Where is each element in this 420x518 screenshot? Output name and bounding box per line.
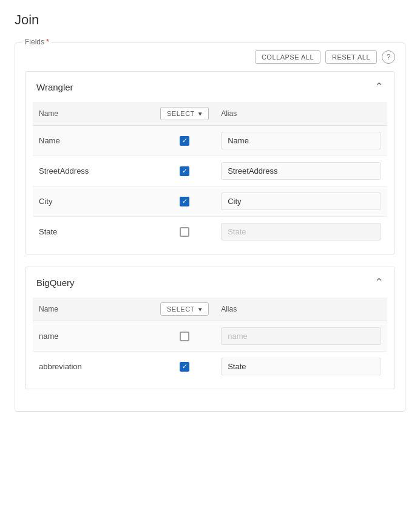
col-header-alias: Alias bbox=[215, 298, 387, 321]
field-alias-input-wrangler-0[interactable] bbox=[221, 132, 381, 149]
select-dropdown-bigquery[interactable]: SELECT ▼ bbox=[160, 302, 209, 316]
field-checkbox-cell-bigquery-1: ✓ bbox=[154, 352, 215, 382]
source-title-bigquery: BigQuery bbox=[36, 278, 75, 288]
reset-all-button[interactable]: RESET ALL bbox=[325, 50, 377, 64]
field-alias-input-wrangler-3[interactable] bbox=[221, 223, 381, 240]
page-title: Join bbox=[15, 12, 405, 28]
help-icon[interactable]: ? bbox=[382, 50, 395, 64]
chevron-up-icon: ⌃ bbox=[374, 276, 384, 289]
fields-label: Fields * bbox=[22, 38, 52, 46]
source-header-bigquery[interactable]: BigQuery ⌃ bbox=[25, 267, 395, 298]
field-checkbox-cell-wrangler-2: ✓ bbox=[154, 186, 215, 217]
col-header-alias: Alias bbox=[215, 102, 387, 126]
table-row: name bbox=[33, 321, 387, 352]
field-alias-cell-bigquery-1 bbox=[215, 352, 387, 382]
field-checkbox-cell-wrangler-3 bbox=[154, 217, 215, 247]
field-name-wrangler-1: StreetAddress bbox=[33, 156, 154, 186]
col-header-name: Name bbox=[33, 298, 154, 321]
select-dropdown-wrangler[interactable]: SELECT ▼ bbox=[160, 107, 209, 120]
col-header-select: SELECT ▼ bbox=[154, 102, 215, 126]
field-alias-input-bigquery-0[interactable] bbox=[221, 327, 381, 345]
toolbar: COLLAPSE ALL RESET ALL ? bbox=[25, 50, 395, 64]
source-card-wrangler: Wrangler ⌃ Name SELECT ▼ Alias Name✓Stre… bbox=[25, 71, 395, 254]
field-checkbox-wrangler-0[interactable]: ✓ bbox=[180, 136, 189, 146]
chevron-up-icon: ⌃ bbox=[374, 80, 384, 94]
field-alias-cell-wrangler-1 bbox=[215, 156, 387, 186]
source-header-wrangler[interactable]: Wrangler ⌃ bbox=[25, 72, 395, 102]
field-alias-cell-bigquery-0 bbox=[215, 321, 387, 352]
field-checkbox-wrangler-2[interactable]: ✓ bbox=[180, 197, 189, 206]
source-card-bigquery: BigQuery ⌃ Name SELECT ▼ Alias nameabbre… bbox=[25, 267, 395, 389]
table-row: abbreviation✓ bbox=[33, 352, 387, 382]
field-alias-cell-wrangler-2 bbox=[215, 186, 387, 217]
field-alias-input-wrangler-2[interactable] bbox=[221, 193, 381, 210]
field-alias-cell-wrangler-3 bbox=[215, 217, 387, 247]
field-alias-input-bigquery-1[interactable] bbox=[221, 358, 381, 375]
table-row: StreetAddress✓ bbox=[33, 156, 387, 186]
field-checkbox-cell-wrangler-1: ✓ bbox=[154, 156, 215, 186]
field-name-wrangler-2: City bbox=[33, 186, 154, 217]
required-marker: * bbox=[46, 38, 49, 46]
field-alias-cell-wrangler-0 bbox=[215, 126, 387, 156]
field-alias-input-wrangler-1[interactable] bbox=[221, 162, 381, 180]
fields-table-wrangler: Name SELECT ▼ Alias Name✓StreetAddress✓C… bbox=[33, 102, 387, 247]
fields-table-bigquery: Name SELECT ▼ Alias nameabbreviation✓ bbox=[33, 298, 387, 381]
table-row: State bbox=[33, 217, 387, 247]
field-checkbox-bigquery-0[interactable] bbox=[180, 332, 189, 341]
field-checkbox-bigquery-1[interactable]: ✓ bbox=[180, 362, 189, 372]
field-name-bigquery-1: abbreviation bbox=[33, 352, 154, 382]
table-row: Name✓ bbox=[33, 126, 387, 156]
dropdown-arrow-icon: ▼ bbox=[197, 306, 203, 313]
field-name-wrangler-0: Name bbox=[33, 126, 154, 156]
col-header-name: Name bbox=[33, 102, 154, 126]
checkmark-icon: ✓ bbox=[182, 363, 188, 370]
checkmark-icon: ✓ bbox=[182, 137, 188, 144]
col-header-select: SELECT ▼ bbox=[154, 298, 215, 321]
source-body-wrangler: Name SELECT ▼ Alias Name✓StreetAddress✓C… bbox=[25, 102, 395, 254]
field-checkbox-cell-wrangler-0: ✓ bbox=[154, 126, 215, 156]
field-checkbox-wrangler-1[interactable]: ✓ bbox=[180, 166, 189, 176]
source-cards-container: Wrangler ⌃ Name SELECT ▼ Alias Name✓Stre… bbox=[25, 71, 395, 389]
field-checkbox-cell-bigquery-0 bbox=[154, 321, 215, 352]
table-row: City✓ bbox=[33, 186, 387, 217]
field-name-bigquery-0: name bbox=[33, 321, 154, 352]
collapse-all-button[interactable]: COLLAPSE ALL bbox=[255, 50, 320, 64]
checkmark-icon: ✓ bbox=[182, 168, 188, 174]
dropdown-arrow-icon: ▼ bbox=[197, 111, 203, 117]
field-name-wrangler-3: State bbox=[33, 217, 154, 247]
source-body-bigquery: Name SELECT ▼ Alias nameabbreviation✓ bbox=[25, 298, 395, 389]
field-checkbox-wrangler-3[interactable] bbox=[180, 227, 189, 237]
source-title-wrangler: Wrangler bbox=[36, 82, 73, 92]
checkmark-icon: ✓ bbox=[182, 198, 188, 205]
fields-section: Fields * COLLAPSE ALL RESET ALL ? Wrangl… bbox=[15, 43, 405, 412]
